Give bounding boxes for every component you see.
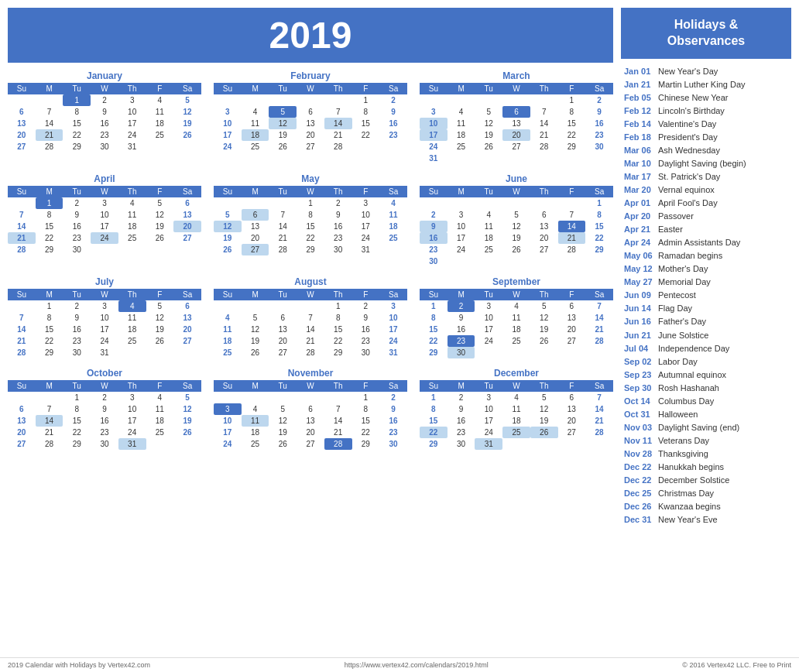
calendar-day: 18 xyxy=(448,129,475,141)
holiday-name: June Solstice xyxy=(658,329,708,342)
calendar-day: 25 xyxy=(475,244,502,255)
holiday-date: May 12 xyxy=(624,262,653,276)
holiday-date: Mar 06 xyxy=(624,144,653,157)
calendar-day: 1 xyxy=(36,300,63,312)
holiday-name: Martin Luther King Day xyxy=(658,78,746,91)
calendar-day: 7 xyxy=(8,312,36,324)
calendar-day: 15 xyxy=(63,118,91,129)
calendar-day: 21 xyxy=(8,335,36,347)
calendar-day: 14 xyxy=(530,118,558,129)
holiday-item: Apr 21Easter xyxy=(621,223,791,236)
day-header: Th xyxy=(118,186,146,197)
footer: 2019 Calendar with Holidays by Vertex42.… xyxy=(0,657,799,672)
holiday-name: Independence Day xyxy=(658,342,729,355)
calendar-day: 30 xyxy=(448,438,475,450)
calendar-day: 22 xyxy=(420,427,448,438)
holiday-name: Halloween xyxy=(658,408,698,421)
calendar-day: 17 xyxy=(448,232,475,244)
month-name: April xyxy=(8,173,201,184)
calendar-day: 2 xyxy=(379,392,407,403)
calendar-day: 4 xyxy=(502,392,530,403)
calendar-day: 1 xyxy=(63,392,91,403)
day-header: Th xyxy=(118,83,146,94)
day-header: M xyxy=(36,186,63,197)
holiday-date: Apr 24 xyxy=(624,236,653,249)
calendar-day: 22 xyxy=(324,335,352,347)
calendar-day: 2 xyxy=(324,197,352,209)
calendar-day: 17 xyxy=(214,427,242,438)
calendar-day xyxy=(242,197,269,209)
calendar-day: 14 xyxy=(558,221,586,232)
month-table: SuMTuWThFSa12345678910111213141516171819… xyxy=(420,186,613,267)
day-header: W xyxy=(297,83,324,94)
month-name: September xyxy=(420,276,613,287)
holiday-item: Sep 23Autumnal equinox xyxy=(621,369,791,382)
holiday-item: Feb 18President's Day xyxy=(621,131,791,144)
month-table: SuMTuWThFSa12345678910111213141516171819… xyxy=(214,289,407,358)
calendar-day: 25 xyxy=(118,232,146,244)
calendar-day xyxy=(530,197,558,209)
calendar-day: 21 xyxy=(8,232,36,244)
month-name: December xyxy=(420,368,613,379)
calendar-day: 2 xyxy=(91,392,118,403)
holiday-name: New Year's Day xyxy=(658,65,718,78)
calendar-day: 26 xyxy=(242,347,269,358)
calendar-day xyxy=(475,347,502,358)
calendar-day: 20 xyxy=(558,324,586,335)
calendar-day: 8 xyxy=(420,403,448,415)
calendar-day: 29 xyxy=(63,141,91,153)
calendar-day: 17 xyxy=(91,324,118,335)
day-header: Th xyxy=(530,289,558,300)
calendar-day: 8 xyxy=(420,312,448,324)
calendar-day: 3 xyxy=(420,106,448,118)
calendar-day: 19 xyxy=(530,324,558,335)
calendar-day: 6 xyxy=(242,209,269,221)
calendar-day: 18 xyxy=(146,415,174,427)
calendar-day: 10 xyxy=(475,403,502,415)
sidebar: Holidays &Observances Jan 01New Year's D… xyxy=(621,8,791,646)
calendar-section: 2019 JanuarySuMTuWThFSa12345678910111213… xyxy=(8,8,613,646)
day-header: W xyxy=(502,83,530,94)
calendar-day: 5 xyxy=(530,300,558,312)
month-table: SuMTuWThFSa12345678910111213141516171819… xyxy=(214,380,407,450)
calendar-day: 28 xyxy=(324,438,352,450)
calendar-day xyxy=(173,347,201,358)
calendar-day: 11 xyxy=(475,221,502,232)
calendar-day: 6 xyxy=(297,106,324,118)
calendar-day: 7 xyxy=(530,106,558,118)
holiday-date: Jun 16 xyxy=(624,315,653,328)
calendar-day: 31 xyxy=(91,347,118,358)
holiday-date: Mar 17 xyxy=(624,170,653,183)
calendar-day: 4 xyxy=(242,403,269,415)
calendar-day: 18 xyxy=(242,427,269,438)
calendar-day: 5 xyxy=(530,392,558,403)
calendar-day: 12 xyxy=(173,403,201,415)
holiday-name: Vernal equinox xyxy=(658,183,715,197)
holiday-name: Rosh Hashanah xyxy=(658,382,719,395)
calendar-day: 1 xyxy=(420,300,448,312)
calendar-day: 2 xyxy=(448,392,475,403)
calendar-day: 15 xyxy=(324,324,352,335)
calendar-day: 4 xyxy=(146,392,174,403)
calendar-day: 15 xyxy=(36,221,63,232)
calendar-day: 31 xyxy=(475,438,502,450)
holiday-name: Kwanzaa begins xyxy=(658,500,721,513)
holiday-date: Nov 11 xyxy=(624,434,653,447)
calendar-day: 27 xyxy=(8,141,36,153)
calendar-day: 16 xyxy=(448,415,475,427)
calendar-day: 30 xyxy=(352,347,380,358)
calendar-day: 10 xyxy=(352,209,380,221)
day-header: F xyxy=(352,380,380,392)
month-may: MaySuMTuWThFSa12345678910111213141516171… xyxy=(214,173,407,267)
calendar-day: 17 xyxy=(352,221,380,232)
calendar-day: 30 xyxy=(379,438,407,450)
calendar-day: 14 xyxy=(324,415,352,427)
calendar-day: 16 xyxy=(420,232,448,244)
holiday-item: Nov 11Veterans Day xyxy=(621,434,791,447)
calendar-day: 22 xyxy=(558,129,586,141)
calendar-day: 4 xyxy=(502,300,530,312)
calendar-day: 10 xyxy=(91,312,118,324)
calendar-day: 14 xyxy=(297,324,324,335)
calendar-day: 7 xyxy=(297,312,324,324)
holiday-name: Valentine's Day xyxy=(658,118,716,131)
